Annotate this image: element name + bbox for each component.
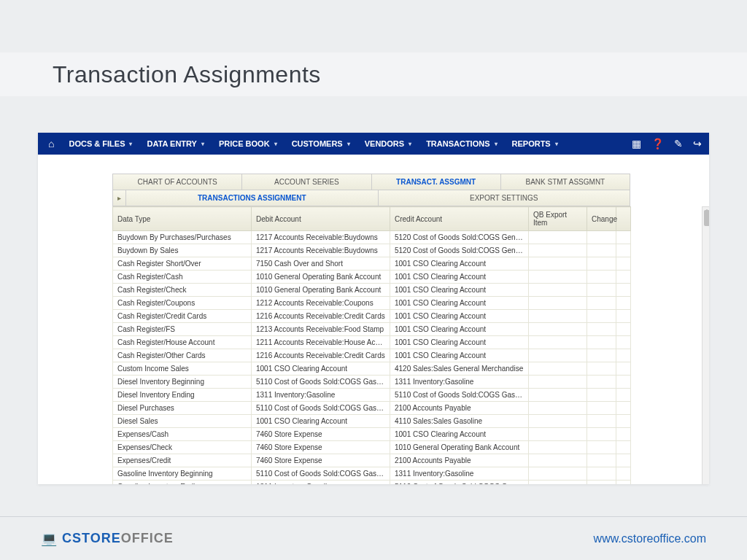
table-row[interactable]: Buydown By Sales1217 Accounts Receivable… — [113, 244, 631, 257]
table-cell: 7460 Store Expense — [252, 441, 390, 454]
table-cell: 1010 General Operating Bank Account — [252, 284, 390, 297]
table-row[interactable]: Gasoline Inventory Beginning5110 Cost of… — [113, 467, 631, 481]
table-cell: 5110 Cost of Goods Sold:COGS Gasoline — [252, 376, 390, 389]
table-cell: Buydown By Purchases/Purchases — [113, 231, 252, 244]
table-cell: 5110 Cost of Goods Sold:COGS Gasoline — [252, 467, 390, 481]
apps-icon[interactable]: ▦ — [632, 138, 641, 149]
col-data-type[interactable]: Data Type — [113, 207, 252, 231]
table-cell — [616, 441, 631, 454]
tab-bank-stmt-assgmnt[interactable]: BANK STMT ASSGMNT — [501, 174, 630, 190]
menu-reports[interactable]: REPORTS▾ — [505, 133, 565, 155]
table-row[interactable]: Diesel Inventory Beginning5110 Cost of G… — [113, 376, 631, 389]
menu-vendors[interactable]: VENDORS▾ — [357, 133, 419, 155]
table-row[interactable]: Cash Register/House Account1211 Accounts… — [113, 336, 631, 349]
table-row[interactable]: Buydown By Purchases/Purchases1217 Accou… — [113, 231, 631, 244]
table-row[interactable]: Diesel Sales1001 CSO Clearing Account411… — [113, 415, 631, 428]
table-row[interactable]: Cash Register/Other Cards1216 Accounts R… — [113, 349, 631, 362]
table-row[interactable]: Cash Register/FS1213 Accounts Receivable… — [113, 323, 631, 336]
table-cell — [616, 467, 631, 481]
table-cell — [529, 297, 587, 310]
table-cell — [529, 336, 587, 349]
table-cell — [587, 310, 616, 323]
vertical-scrollbar[interactable]: ▴ — [702, 206, 709, 484]
table-cell: 1311 Inventory:Gasoline — [390, 376, 529, 389]
table-row[interactable]: Cash Register/Cash1010 General Operating… — [113, 271, 631, 284]
page-title: Transaction Assignments — [53, 61, 321, 88]
table-header-row: Data Type Debit Account Credit Account Q… — [113, 207, 631, 231]
menu-docs-files[interactable]: DOCS & FILES▾ — [61, 133, 139, 155]
table-row[interactable]: Diesel Purchases5110 Cost of Goods Sold:… — [113, 402, 631, 415]
col-credit-account[interactable]: Credit Account — [390, 207, 529, 231]
slide-footer: 💻 CSTOREOFFICE www.cstoreoffice.com — [0, 516, 747, 560]
table-cell: 1001 CSO Clearing Account — [390, 297, 529, 310]
table-cell — [587, 441, 616, 454]
table-cell: 5110 Cost of Goods Sold:COGS Gasoline — [390, 389, 529, 402]
logout-icon[interactable]: ↪ — [693, 138, 702, 149]
edit-icon[interactable]: ✎ — [674, 138, 683, 149]
menu-label: REPORTS — [512, 139, 551, 148]
table-cell: Gasoline Inventory Ending — [113, 481, 252, 485]
table-cell: 1001 CSO Clearing Account — [252, 362, 390, 376]
top-nav-bar: ⌂ DOCS & FILES▾ DATA ENTRY▾ PRICE BOOK▾ … — [38, 133, 709, 155]
table-cell — [616, 231, 631, 244]
table-row[interactable]: Expenses/Credit7460 Store Expense2100 Ac… — [113, 454, 631, 467]
table-row[interactable]: Cash Register/Credit Cards1216 Accounts … — [113, 310, 631, 323]
table-row[interactable]: Custom Income Sales1001 CSO Clearing Acc… — [113, 362, 631, 376]
menu-customers[interactable]: CUSTOMERS▾ — [285, 133, 357, 155]
table-row[interactable]: Expenses/Cash7460 Store Expense1001 CSO … — [113, 428, 631, 441]
content-area: CHART OF ACCOUNTS ACCOUNT SERIES TRANSAC… — [38, 155, 709, 484]
menu-label: PRICE BOOK — [219, 139, 270, 148]
table-cell — [616, 244, 631, 257]
menu-data-entry[interactable]: DATA ENTRY▾ — [139, 133, 211, 155]
table-row[interactable]: Gasoline Inventory Ending1311 Inventory:… — [113, 481, 631, 485]
table-cell — [587, 297, 616, 310]
table-cell — [529, 441, 587, 454]
tab-account-series[interactable]: ACCOUNT SERIES — [242, 174, 371, 190]
table-cell: 1001 CSO Clearing Account — [390, 271, 529, 284]
table-cell: 5110 Cost of Goods Sold:COGS Gasoline — [252, 402, 390, 415]
table-cell — [616, 362, 631, 376]
table-cell: Cash Register/Other Cards — [113, 349, 252, 362]
table-cell: Cash Register/Coupons — [113, 297, 252, 310]
home-icon[interactable]: ⌂ — [45, 138, 61, 149]
table-cell — [587, 415, 616, 428]
subtab-export-settings[interactable]: EXPORT SETTINGS — [379, 190, 630, 206]
menu-label: VENDORS — [365, 139, 404, 148]
chevron-down-icon: ▾ — [409, 141, 411, 147]
table-row[interactable]: Expenses/Check7460 Store Expense1010 Gen… — [113, 441, 631, 454]
table-cell — [587, 467, 616, 481]
help-icon[interactable]: ❓ — [651, 138, 664, 149]
table-cell — [587, 323, 616, 336]
table-row[interactable]: Cash Register Short/Over7150 Cash Over a… — [113, 257, 631, 271]
table-cell — [616, 376, 631, 389]
menu-label: TRANSACTIONS — [426, 139, 489, 148]
table-cell: 5120 Cost of Goods Sold:COGS General — [390, 244, 529, 257]
tab-scroll-right-icon[interactable]: ▸ — [113, 190, 126, 206]
table-cell — [529, 349, 587, 362]
table-cell — [529, 402, 587, 415]
app-window: ⌂ DOCS & FILES▾ DATA ENTRY▾ PRICE BOOK▾ … — [38, 133, 709, 484]
col-change[interactable]: Change — [587, 207, 616, 231]
table-cell: Expenses/Cash — [113, 428, 252, 441]
site-url: www.cstoreoffice.com — [594, 532, 706, 545]
table-row[interactable]: Diesel Inventory Ending1311 Inventory:Ga… — [113, 389, 631, 402]
col-debit-account[interactable]: Debit Account — [252, 207, 390, 231]
subtab-transactions-assignment[interactable]: TRANSACTIONS ASSIGNMENT — [126, 190, 379, 206]
table-cell: Diesel Sales — [113, 415, 252, 428]
tab-chart-of-accounts[interactable]: CHART OF ACCOUNTS — [113, 174, 242, 190]
col-qb-export-item[interactable]: QB Export Item — [529, 207, 587, 231]
menu-price-book[interactable]: PRICE BOOK▾ — [212, 133, 285, 155]
table-cell: Diesel Inventory Ending — [113, 389, 252, 402]
menu-transactions[interactable]: TRANSACTIONS▾ — [419, 133, 504, 155]
table-cell: 1001 CSO Clearing Account — [390, 284, 529, 297]
table-row[interactable]: Cash Register/Coupons1212 Accounts Recei… — [113, 297, 631, 310]
table-cell — [587, 376, 616, 389]
table-cell — [587, 336, 616, 349]
table-row[interactable]: Cash Register/Check1010 General Operatin… — [113, 284, 631, 297]
table-cell: 1213 Accounts Receivable:Food Stamp — [252, 323, 390, 336]
table-cell — [587, 481, 616, 485]
table-cell — [529, 389, 587, 402]
scroll-thumb[interactable] — [704, 210, 709, 226]
table-cell — [616, 257, 631, 271]
tab-transact-assgmnt[interactable]: TRANSACT. ASSGMNT — [372, 174, 501, 190]
